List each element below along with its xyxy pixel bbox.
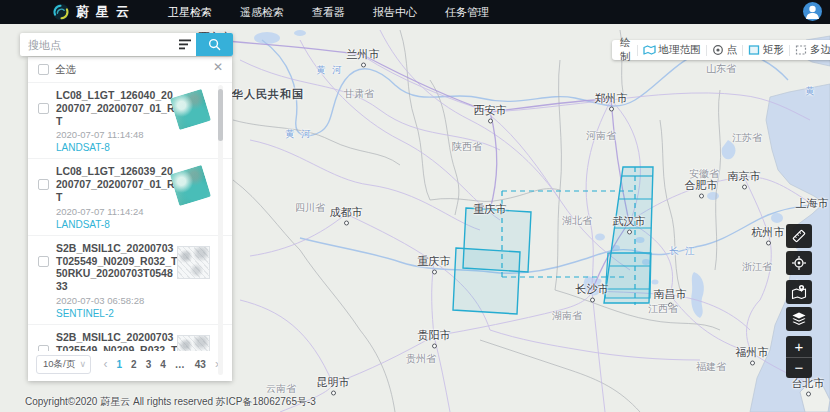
item-checkbox[interactable] <box>38 103 49 114</box>
ruler-icon <box>791 228 807 244</box>
nav-item-查看器[interactable]: 查看器 <box>312 5 345 20</box>
result-item[interactable]: S2B_MSIL1C_20200703T025549_N0209_R032_T5… <box>28 235 232 324</box>
nav-item-任务管理[interactable]: 任务管理 <box>445 5 489 20</box>
copyright-text: Copyright©2020 蔚星云 All rights reserved 苏… <box>25 395 316 409</box>
tool-rectangle[interactable]: 矩形 <box>748 43 784 57</box>
polygon-icon <box>795 44 807 56</box>
item-checkbox[interactable] <box>38 345 49 351</box>
pagination: ‹1234…43› <box>99 357 223 371</box>
nav-item-报告中心[interactable]: 报告中心 <box>373 5 417 20</box>
user-icon <box>803 2 822 21</box>
scene-sensor: SENTINEL-2 <box>56 308 177 319</box>
rectangle-icon <box>748 44 760 56</box>
scrollbar-thumb[interactable] <box>218 89 223 141</box>
result-item[interactable]: S2B_MSIL1C_20200703T025549_N0209_R032_T5… <box>28 324 232 351</box>
ruler-button[interactable] <box>786 224 812 248</box>
tool-label: 多边形 <box>810 43 830 57</box>
scrollbar-track[interactable] <box>218 85 223 375</box>
map-extent-icon <box>643 44 656 56</box>
brand[interactable]: 蔚星云 <box>52 3 136 21</box>
page-2[interactable]: 2 <box>131 359 137 370</box>
item-checkbox[interactable] <box>38 179 49 190</box>
location-search-bar <box>20 33 233 56</box>
result-item[interactable]: LC08_L1GT_126039_20200707_20200707_01_RT… <box>28 158 232 234</box>
footprint-rect-1 <box>453 248 520 314</box>
page-3[interactable]: 3 <box>146 359 152 370</box>
zoom-in-button[interactable]: + <box>786 336 812 358</box>
draw-tools: 地理范围点矩形多边形清除 <box>637 43 830 57</box>
user-avatar[interactable] <box>803 2 822 21</box>
select-all-label: 全选 <box>55 63 76 77</box>
tool-map-extent[interactable]: 地理范围 <box>643 43 701 57</box>
brand-logo-icon <box>52 3 70 21</box>
scene-date: 2020-07-07 11:14:24 <box>56 206 174 217</box>
scene-title: S2B_MSIL1C_20200703T025549_N0209_R032_T5… <box>56 331 178 351</box>
search-input[interactable] <box>20 33 174 56</box>
results-list: LC08_L1GT_126040_20200707_20200707_01_RT… <box>28 82 232 351</box>
zoom-control: + − <box>786 336 812 378</box>
page-1[interactable]: 1 <box>117 359 123 370</box>
nav-menu: 卫星检索遥感检索查看器报告中心任务管理 <box>154 5 503 20</box>
nav-item-卫星检索[interactable]: 卫星检索 <box>168 5 212 20</box>
scene-sensor: LANDSAT-8 <box>56 142 174 153</box>
item-meta: LC08_L1GT_126039_20200707_20200707_01_RT… <box>56 165 174 229</box>
search-icon <box>208 38 221 51</box>
results-header: 全选 ✕ <box>28 57 232 82</box>
close-icon[interactable]: ✕ <box>213 61 223 73</box>
chevron-down-icon: ∨ <box>79 359 86 369</box>
draw-toolbar-label: 绘制 <box>620 36 631 64</box>
item-checkbox[interactable] <box>38 256 49 267</box>
divider <box>742 45 743 56</box>
tool-label: 矩形 <box>763 43 784 57</box>
map-marker-button[interactable] <box>786 280 812 304</box>
page-size-select[interactable]: 10条/页 ∨ <box>36 355 91 374</box>
map-marker-icon <box>791 284 807 300</box>
scene-title: LC08_L1GT_126040_20200707_20200707_01_RT <box>56 89 178 127</box>
page-size-value: 10条/页 <box>43 358 75 371</box>
divider <box>706 45 707 56</box>
item-meta: S2B_MSIL1C_20200703T025549_N0209_R032_T5… <box>56 331 177 351</box>
draw-toolbar: 绘制 地理范围点矩形多边形清除 <box>612 40 830 60</box>
brand-name: 蔚星云 <box>76 3 136 21</box>
zoom-out-button[interactable]: − <box>786 358 812 379</box>
item-meta: LC08_L1GT_126040_20200707_20200707_01_RT… <box>56 89 174 153</box>
scene-thumbnail <box>177 335 210 351</box>
scene-sensor: LANDSAT-8 <box>56 219 174 230</box>
point-icon <box>712 44 724 56</box>
page-4[interactable]: 4 <box>160 359 166 370</box>
results-footer: 10条/页 ∨ ‹1234…43› <box>28 351 232 381</box>
item-meta: S2B_MSIL1C_20200703T025549_N0209_R032_T5… <box>56 242 177 319</box>
page-ellipsis: … <box>175 359 186 370</box>
tool-polygon[interactable]: 多边形 <box>795 43 830 57</box>
result-item[interactable]: LC08_L1GT_126040_20200707_20200707_01_RT… <box>28 82 232 158</box>
tool-point[interactable]: 点 <box>712 43 738 57</box>
filter-icon[interactable] <box>174 33 196 56</box>
select-all-checkbox[interactable] <box>38 64 49 75</box>
tool-label: 点 <box>727 43 738 57</box>
divider <box>637 45 638 56</box>
page-43[interactable]: 43 <box>195 359 206 370</box>
footprint-strip-inner <box>605 253 651 298</box>
nav-item-遥感检索[interactable]: 遥感检索 <box>240 5 284 20</box>
layers-button[interactable] <box>786 307 812 331</box>
locate-button[interactable] <box>786 251 812 275</box>
scene-thumbnail <box>177 246 210 279</box>
scene-title: LC08_L1GT_126039_20200707_20200707_01_RT <box>56 165 178 203</box>
page-prev[interactable]: ‹ <box>104 357 108 371</box>
locate-icon <box>791 255 807 271</box>
divider <box>789 45 790 56</box>
scene-date: 2020-07-07 11:14:48 <box>56 129 174 140</box>
scene-date: 2020-07-03 06:58:28 <box>56 295 177 306</box>
layers-icon <box>791 311 807 327</box>
scene-title: S2B_MSIL1C_20200703T025549_N0209_R032_T5… <box>56 242 178 293</box>
search-button[interactable] <box>196 33 233 56</box>
top-navbar: 蔚星云 卫星检索遥感检索查看器报告中心任务管理 <box>0 0 830 24</box>
tool-label: 地理范围 <box>659 43 701 57</box>
app-window: 西宁市兰州市西安市郑州市成都市重庆市重庆市武汉市长沙市南昌市合肥市南京市上海市杭… <box>0 0 830 412</box>
results-panel: 全选 ✕ LC08_L1GT_126040_20200707_20200707_… <box>28 57 232 381</box>
